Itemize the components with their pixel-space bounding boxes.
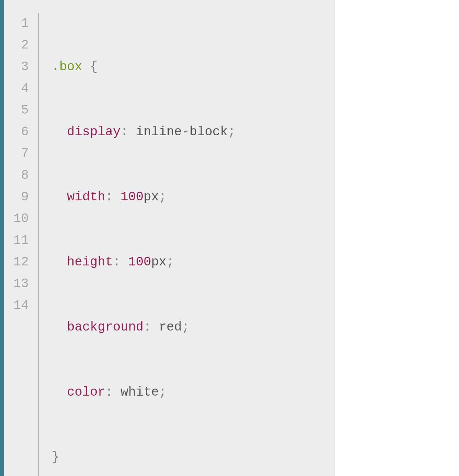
line-number: 2 xyxy=(13,34,29,56)
line-number: 14 xyxy=(13,295,29,316)
colon: : xyxy=(113,255,121,269)
line-number: 11 xyxy=(13,230,29,251)
css-value: white xyxy=(121,385,159,399)
code-line: color: white; xyxy=(52,382,325,403)
semicolon: ; xyxy=(159,385,167,399)
line-number: 10 xyxy=(13,208,29,230)
brace-close: } xyxy=(52,450,59,465)
colon: : xyxy=(121,125,128,139)
css-property: display xyxy=(67,125,121,139)
line-number-gutter: 1 2 3 4 5 6 7 8 9 10 11 12 13 14 xyxy=(4,13,39,476)
css-unit: px xyxy=(144,190,159,204)
css-value: inline-block xyxy=(136,125,228,139)
css-number: 100 xyxy=(121,190,144,204)
colon: : xyxy=(144,320,151,334)
css-selector: .box xyxy=(52,60,82,74)
code-block: 1 2 3 4 5 6 7 8 9 10 11 12 13 14 .box { … xyxy=(0,0,335,476)
code-line: width: 100px; xyxy=(52,186,325,208)
brace-open: { xyxy=(90,60,98,74)
line-number: 7 xyxy=(13,143,29,165)
code-line: height: 100px; xyxy=(52,251,325,273)
line-number: 9 xyxy=(13,186,29,208)
code-line: .box { xyxy=(52,56,325,78)
css-property: background xyxy=(67,320,144,334)
line-number: 6 xyxy=(13,121,29,143)
colon: : xyxy=(105,385,113,399)
code-line: background: red; xyxy=(52,316,325,338)
code-line: display: inline-block; xyxy=(52,121,325,143)
semicolon: ; xyxy=(159,190,167,204)
code-line: } xyxy=(52,447,325,468)
colon: : xyxy=(105,190,113,204)
line-number: 8 xyxy=(13,165,29,186)
css-number: 100 xyxy=(128,255,151,269)
line-number: 12 xyxy=(13,251,29,273)
semicolon: ; xyxy=(182,320,189,334)
css-property: color xyxy=(67,385,105,399)
semicolon: ; xyxy=(167,255,174,269)
line-number: 1 xyxy=(13,13,29,34)
semicolon: ; xyxy=(228,125,235,139)
css-value: red xyxy=(159,320,182,334)
css-property: width xyxy=(67,190,105,204)
code-content[interactable]: .box { display: inline-block; width: 100… xyxy=(39,13,335,476)
line-number: 13 xyxy=(13,273,29,295)
line-number: 4 xyxy=(13,78,29,100)
css-unit: px xyxy=(151,255,167,269)
line-number: 5 xyxy=(13,100,29,121)
line-number: 3 xyxy=(13,56,29,78)
css-property: height xyxy=(67,255,113,269)
